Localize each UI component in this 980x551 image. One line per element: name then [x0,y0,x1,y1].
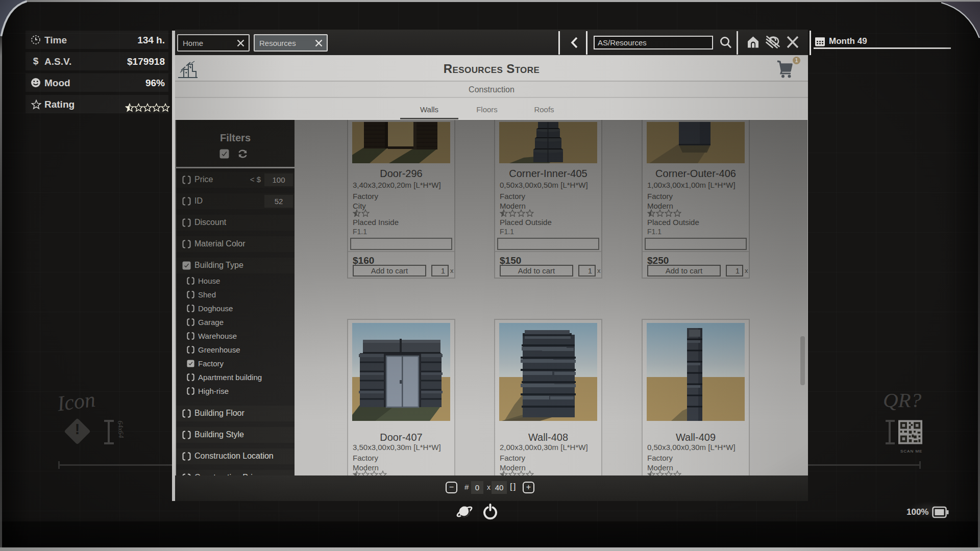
svg-text:$: $ [33,56,39,66]
